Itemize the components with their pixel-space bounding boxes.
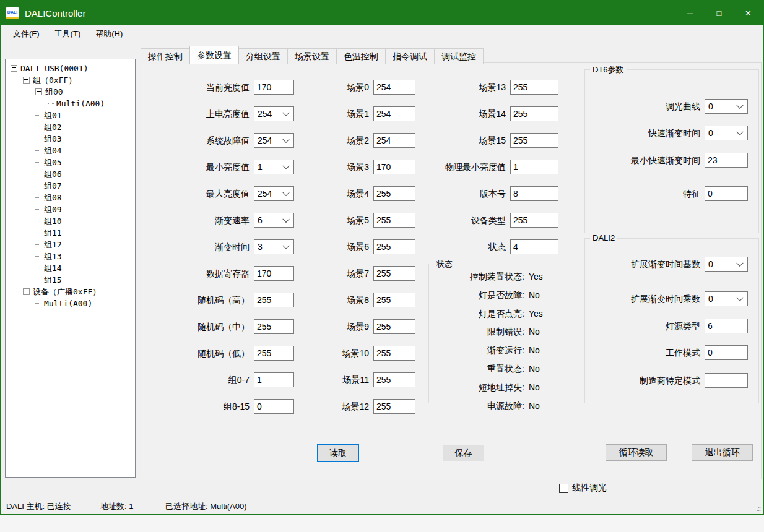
checkbox-label: 线性调光 bbox=[572, 483, 607, 494]
tree-item-7[interactable]: 组04 bbox=[6, 145, 135, 157]
scene-11-label: 场景11 bbox=[298, 374, 369, 386]
status-value-input[interactable] bbox=[510, 239, 558, 254]
max-level-combo[interactable]: 254 bbox=[254, 186, 294, 201]
tree-item-label: 组04 bbox=[44, 146, 62, 155]
scene-0-input[interactable] bbox=[373, 80, 415, 95]
tree-item-16[interactable]: 组13 bbox=[6, 251, 135, 262]
random-mid-input[interactable] bbox=[254, 319, 294, 334]
tree-item-14[interactable]: 组11 bbox=[6, 227, 135, 239]
tree-item-6[interactable]: 组03 bbox=[6, 133, 135, 145]
status-value-label: 状态 bbox=[427, 241, 506, 253]
device-type-input[interactable] bbox=[510, 213, 558, 228]
tree-collapse-icon[interactable] bbox=[35, 88, 42, 95]
resize-grip-icon[interactable]: .:: bbox=[757, 505, 760, 512]
group-0-7-input[interactable] bbox=[254, 372, 294, 387]
dali2-groupbox-title: DALI2 bbox=[590, 233, 617, 242]
tree-collapse-icon[interactable] bbox=[23, 77, 30, 84]
tree-item-0[interactable]: DALI USB(0001) bbox=[6, 62, 135, 74]
tab-6[interactable]: 调试监控 bbox=[434, 48, 484, 64]
tree-item-8[interactable]: 组05 bbox=[6, 157, 135, 168]
tree-item-1[interactable]: 组（0xFF） bbox=[6, 74, 135, 86]
scene-2-input[interactable] bbox=[373, 133, 415, 148]
fade-rate-combo[interactable]: 6 bbox=[254, 213, 294, 228]
current-level-input[interactable] bbox=[254, 80, 294, 95]
tree-item-13[interactable]: 组10 bbox=[6, 215, 135, 227]
save-button[interactable]: 保存 bbox=[443, 445, 484, 461]
scene-12-input[interactable] bbox=[373, 399, 415, 414]
tree-item-15[interactable]: 组12 bbox=[6, 239, 135, 251]
random-high-input[interactable] bbox=[254, 293, 294, 307]
scene-7-input[interactable] bbox=[373, 266, 415, 281]
tree-item-18[interactable]: 组15 bbox=[6, 274, 135, 286]
tree-item-5[interactable]: 组02 bbox=[6, 121, 135, 133]
status-groupbox-title: 状态 bbox=[434, 259, 455, 270]
tree-item-4[interactable]: 组01 bbox=[6, 109, 135, 121]
tree-item-12[interactable]: 组09 bbox=[6, 204, 135, 215]
minimize-button[interactable]: ─ bbox=[675, 1, 705, 25]
menu-item-help[interactable]: 帮助(H) bbox=[90, 26, 128, 42]
tree-connector-icon bbox=[35, 197, 41, 198]
loop-read-button[interactable]: 循环读取 bbox=[606, 444, 667, 461]
tree-item-3[interactable]: Multi(A00) bbox=[6, 98, 135, 109]
tree-connector-icon bbox=[35, 303, 41, 304]
tree-item-17[interactable]: 组14 bbox=[6, 262, 135, 274]
device-type-label: 设备类型 bbox=[427, 214, 506, 226]
scene-3-input[interactable] bbox=[373, 160, 415, 174]
scene-15-input[interactable] bbox=[510, 133, 558, 148]
tree-item-label: 组07 bbox=[44, 181, 62, 191]
random-low-input[interactable] bbox=[254, 346, 294, 361]
linear-dimming-checkbox[interactable]: 线性调光 bbox=[559, 483, 607, 494]
scene-10-input[interactable] bbox=[373, 346, 415, 361]
fade-time-combo[interactable]: 3 bbox=[254, 239, 294, 254]
exit-loop-button[interactable]: 退出循环 bbox=[692, 444, 753, 461]
app-icon: DALI bbox=[6, 7, 19, 19]
scene-8-input[interactable] bbox=[373, 293, 415, 307]
close-button[interactable]: ✕ bbox=[734, 1, 763, 25]
system-failure-level-combo[interactable]: 254 bbox=[254, 133, 294, 148]
tree-item-11[interactable]: 组08 bbox=[6, 192, 135, 204]
scene-13-input[interactable] bbox=[510, 80, 558, 95]
tab-1[interactable]: 参数设置 bbox=[189, 46, 239, 64]
scene-11-input[interactable] bbox=[373, 372, 415, 387]
menu-item-file[interactable]: 文件(F) bbox=[7, 26, 45, 42]
tree-item-19[interactable]: 设备（广播0xFF） bbox=[6, 286, 135, 298]
tree-item-20[interactable]: Multi(A00) bbox=[6, 298, 135, 309]
maximize-button[interactable]: □ bbox=[705, 1, 734, 25]
tree-connector-icon bbox=[35, 162, 41, 163]
tab-2[interactable]: 分组设置 bbox=[238, 48, 288, 64]
group-8-15-input[interactable] bbox=[254, 399, 294, 414]
data-register-input[interactable] bbox=[254, 266, 294, 281]
tab-3[interactable]: 场景设置 bbox=[287, 48, 337, 64]
status-bar: DALI 主机: 已连接 地址数: 1 已选择地址: Multi(A00) .:… bbox=[1, 497, 763, 514]
group-8-15-label: 组8-15 bbox=[172, 400, 250, 413]
scene-3-label: 场景3 bbox=[298, 161, 369, 173]
min-level-combo[interactable]: 1 bbox=[254, 160, 294, 174]
scene-12-label: 场景12 bbox=[298, 400, 369, 413]
tree-item-10[interactable]: 组07 bbox=[6, 180, 135, 192]
scene-9-input[interactable] bbox=[373, 319, 415, 334]
scene-6-input[interactable] bbox=[373, 239, 415, 254]
tab-4[interactable]: 色温控制 bbox=[336, 48, 386, 64]
scene-14-input[interactable] bbox=[510, 106, 558, 121]
scene-1-input[interactable] bbox=[373, 106, 415, 121]
tab-0[interactable]: 操作控制 bbox=[141, 48, 190, 64]
chevron-down-icon bbox=[282, 216, 289, 223]
tree-collapse-icon[interactable] bbox=[11, 65, 17, 72]
power-on-level-combo[interactable]: 254 bbox=[254, 106, 294, 121]
physical-min-level-input[interactable] bbox=[510, 160, 558, 174]
checkbox-box[interactable] bbox=[559, 484, 568, 493]
tree-item-2[interactable]: 组00 bbox=[6, 86, 135, 98]
version-number-input[interactable] bbox=[510, 186, 558, 201]
tree-item-9[interactable]: 组06 bbox=[6, 168, 135, 180]
tree-collapse-icon[interactable] bbox=[23, 288, 30, 295]
scene-5-input[interactable] bbox=[373, 213, 415, 228]
menu-bar: 文件(F)工具(T)帮助(H) bbox=[1, 25, 763, 43]
scene-4-input[interactable] bbox=[373, 186, 415, 201]
fade-rate-label: 渐变速率 bbox=[172, 214, 250, 226]
menu-item-tools[interactable]: 工具(T) bbox=[49, 26, 87, 42]
tab-5[interactable]: 指令调试 bbox=[385, 48, 435, 64]
tree-item-label: 组10 bbox=[44, 217, 62, 226]
app-window: DALI DALIController ─ □ ✕ 文件(F)工具(T)帮助(H… bbox=[0, 0, 764, 515]
read-button[interactable]: 读取 bbox=[317, 444, 359, 462]
scene-15-label: 场景15 bbox=[427, 134, 506, 147]
